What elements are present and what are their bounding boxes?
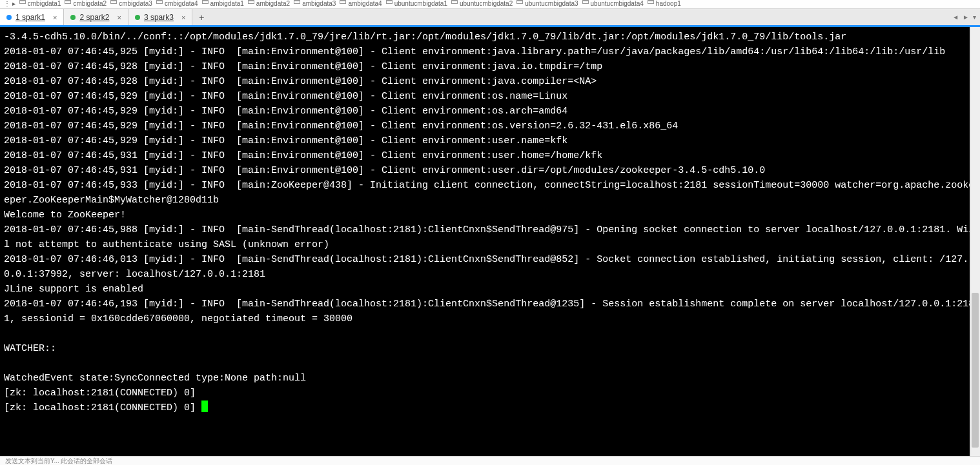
bookmark-label: cmbigdata4: [165, 0, 198, 7]
bookmark-folder-icon: [516, 0, 523, 4]
bookmark-item[interactable]: ambigdata2: [248, 0, 290, 7]
bookmark-label: hadoop1: [656, 0, 681, 7]
bookmark-label: ubuntucmbigdata2: [460, 0, 513, 7]
tab-scroll-left-button[interactable]: ◄: [951, 12, 960, 22]
bookmark-item[interactable]: hadoop1: [648, 0, 681, 7]
session-tab[interactable]: 3 spark3×: [128, 9, 192, 25]
bookmark-item[interactable]: ambigdata3: [294, 0, 336, 7]
tab-list-menu-button[interactable]: ▾: [972, 12, 977, 22]
bookmark-label: ambigdata1: [210, 0, 244, 7]
bookmark-label: ambigdata3: [302, 0, 336, 7]
bookmark-folder-icon: [19, 0, 26, 4]
bookmark-label: cmbigdata1: [28, 0, 61, 7]
bookmark-folder-icon: [582, 0, 589, 4]
close-tab-icon[interactable]: ×: [53, 14, 57, 21]
close-tab-icon[interactable]: ×: [117, 14, 121, 21]
tab-scroll-right-button[interactable]: ►: [961, 12, 970, 22]
status-bar: 发送文本到当前Y... 此会话的全部会话: [0, 456, 980, 465]
terminal-output[interactable]: -3.4.5-cdh5.10.0/bin/../conf:.:/opt/modu…: [0, 27, 980, 456]
bookmark-folder-icon: [110, 0, 117, 4]
bookmark-label: ubuntucmbigdata1: [394, 0, 447, 7]
bookmark-folder-icon: [156, 0, 163, 4]
bookmark-label: ambigdata4: [348, 0, 382, 7]
session-tab[interactable]: 1 spark1×: [0, 9, 64, 25]
bookmark-folder-icon: [202, 0, 209, 4]
tab-overflow-controls: ◄ ► ▾: [951, 9, 977, 25]
terminal-scrollbar[interactable]: [970, 27, 980, 456]
bookmark-label: ambigdata2: [256, 0, 290, 7]
bookmark-label: cmbigdata2: [73, 0, 107, 7]
bookmark-folder-icon: [648, 0, 654, 4]
bookmark-item[interactable]: ambigdata4: [340, 0, 382, 7]
bookmark-item[interactable]: cmbigdata3: [110, 0, 152, 7]
terminal-cursor: [201, 401, 208, 412]
bookmark-label: ubuntucmbigdata4: [591, 0, 644, 7]
tab-label: 3 spark3: [144, 13, 174, 22]
close-tab-icon[interactable]: ×: [181, 14, 185, 21]
bookmark-item[interactable]: ubuntucmbigdata3: [516, 0, 578, 7]
window-menu-icon[interactable]: ⋮ ▸: [4, 0, 15, 7]
bookmark-folder-icon: [340, 0, 346, 4]
bookmark-folder-icon: [386, 0, 393, 4]
bookmark-folder-icon: [451, 0, 458, 4]
status-text: 发送文本到当前Y... 此会话的全部会话: [5, 457, 113, 464]
tab-label: 1 spark1: [15, 13, 45, 22]
bookmark-item[interactable]: ubuntucmbigdata2: [451, 0, 513, 7]
bookmark-item[interactable]: ambigdata1: [202, 0, 244, 7]
tab-status-dot-icon: [70, 15, 76, 20]
new-tab-button[interactable]: +: [192, 9, 210, 25]
scrollbar-thumb[interactable]: [972, 293, 979, 447]
bookmark-folder-icon: [248, 0, 254, 4]
bookmark-item[interactable]: cmbigdata4: [156, 0, 198, 7]
bookmark-item[interactable]: ubuntucmbigdata4: [582, 0, 644, 7]
bookmark-bar: ⋮ ▸ cmbigdata1cmbigdata2cmbigdata3cmbigd…: [0, 0, 980, 9]
bookmark-item[interactable]: ubuntucmbigdata1: [386, 0, 447, 7]
bookmark-folder-icon: [65, 0, 71, 4]
terminal-panel: -3.4.5-cdh5.10.0/bin/../conf:.:/opt/modu…: [0, 27, 980, 456]
bookmark-item[interactable]: cmbigdata1: [19, 0, 61, 7]
tab-label: 2 spark2: [79, 13, 109, 22]
plus-icon: +: [199, 12, 204, 23]
bookmark-label: cmbigdata3: [119, 0, 152, 7]
tab-status-dot-icon: [135, 15, 140, 20]
bookmark-item[interactable]: cmbigdata2: [65, 0, 107, 7]
session-tab[interactable]: 2 spark2×: [64, 9, 128, 25]
bookmark-folder-icon: [294, 0, 300, 4]
tab-status-dot-icon: [6, 15, 12, 20]
bookmark-label: ubuntucmbigdata3: [525, 0, 578, 7]
tab-strip: 1 spark1×2 spark2×3 spark3× + ◄ ► ▾: [0, 9, 980, 27]
